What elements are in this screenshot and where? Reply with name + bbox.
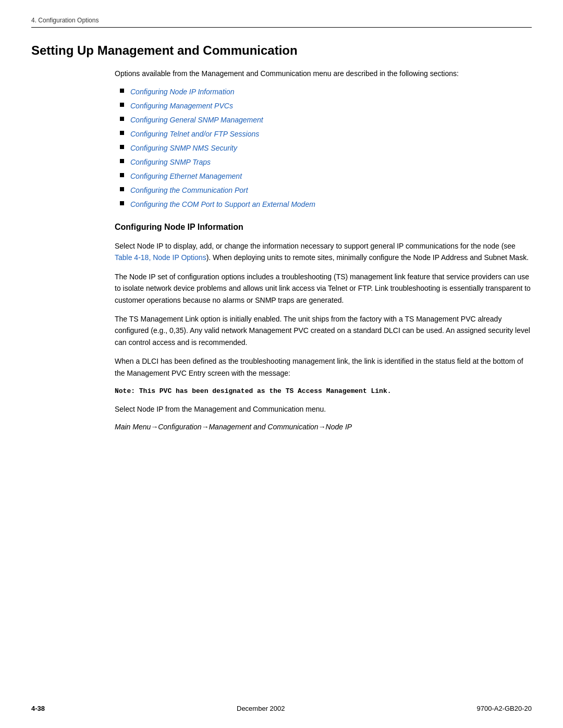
list-item: Configuring SNMP Traps bbox=[120, 157, 532, 168]
breadcrumb: 4. Configuration Options bbox=[31, 17, 99, 24]
footer: 4-38 December 2002 9700-A2-GB20-20 bbox=[31, 705, 532, 712]
bullet-icon bbox=[120, 145, 124, 149]
link-configuring-snmp-traps[interactable]: Configuring SNMP Traps bbox=[130, 157, 211, 168]
bullet-icon bbox=[120, 201, 124, 205]
list-item: Configuring the COM Port to Support an E… bbox=[120, 199, 532, 210]
table-link[interactable]: Table 4-18, Node IP Options bbox=[115, 253, 206, 262]
bullet-icon bbox=[120, 89, 124, 93]
intro-paragraph: Options available from the Management an… bbox=[115, 68, 532, 79]
note-text: Note: This PVC has been designated as th… bbox=[115, 386, 532, 397]
bullet-icon bbox=[120, 103, 124, 107]
list-item: Configuring Ethernet Management bbox=[120, 171, 532, 182]
menu-path: Main Menu→Configuration→Management and C… bbox=[115, 423, 532, 431]
list-item: Configuring Management PVCs bbox=[120, 101, 532, 112]
list-item: Configuring General SNMP Management bbox=[120, 115, 532, 126]
page-container: 4. Configuration Options Setting Up Mana… bbox=[0, 0, 563, 728]
bullet-icon bbox=[120, 173, 124, 177]
subsection-paragraph-3: The TS Management Link option is initial… bbox=[115, 313, 532, 348]
after-note-text: Select Node IP from the Management and C… bbox=[115, 403, 532, 415]
header-section: 4. Configuration Options bbox=[31, 16, 532, 28]
page-title: Setting Up Management and Communication bbox=[31, 43, 532, 58]
bullet-icon bbox=[120, 187, 124, 191]
list-item: Configuring Telnet and/or FTP Sessions bbox=[120, 129, 532, 140]
subsection-paragraph-4: When a DLCI has been defined as the trou… bbox=[115, 355, 532, 379]
content-section: Options available from the Management an… bbox=[115, 68, 532, 431]
link-configuring-comm-port[interactable]: Configuring the Communication Port bbox=[130, 185, 248, 196]
subsection-paragraph-1: Select Node IP to display, add, or chang… bbox=[115, 240, 532, 264]
footer-document-number: 9700-A2-GB20-20 bbox=[476, 705, 532, 712]
link-configuring-ethernet[interactable]: Configuring Ethernet Management bbox=[130, 171, 242, 182]
bullet-icon bbox=[120, 159, 124, 163]
page-number: 4-38 bbox=[31, 705, 45, 712]
footer-date: December 2002 bbox=[237, 705, 285, 712]
link-configuring-com-port-modem[interactable]: Configuring the COM Port to Support an E… bbox=[130, 199, 315, 210]
list-item: Configuring Node IP Information bbox=[120, 87, 532, 97]
list-item: Configuring the Communication Port bbox=[120, 185, 532, 196]
list-item: Configuring SNMP NMS Security bbox=[120, 143, 532, 154]
link-configuring-snmp-nms[interactable]: Configuring SNMP NMS Security bbox=[130, 143, 237, 154]
bullet-icon bbox=[120, 131, 124, 135]
link-configuring-telnet[interactable]: Configuring Telnet and/or FTP Sessions bbox=[130, 129, 259, 140]
subsection-title: Configuring Node IP Information bbox=[115, 223, 532, 232]
link-configuring-node-ip[interactable]: Configuring Node IP Information bbox=[130, 87, 234, 97]
bullet-icon bbox=[120, 117, 124, 121]
link-configuring-general-snmp[interactable]: Configuring General SNMP Management bbox=[130, 115, 263, 126]
bullet-link-list: Configuring Node IP Information Configur… bbox=[120, 87, 532, 210]
subsection-paragraph-2: The Node IP set of configuration options… bbox=[115, 271, 532, 306]
link-configuring-management-pvcs[interactable]: Configuring Management PVCs bbox=[130, 101, 233, 112]
